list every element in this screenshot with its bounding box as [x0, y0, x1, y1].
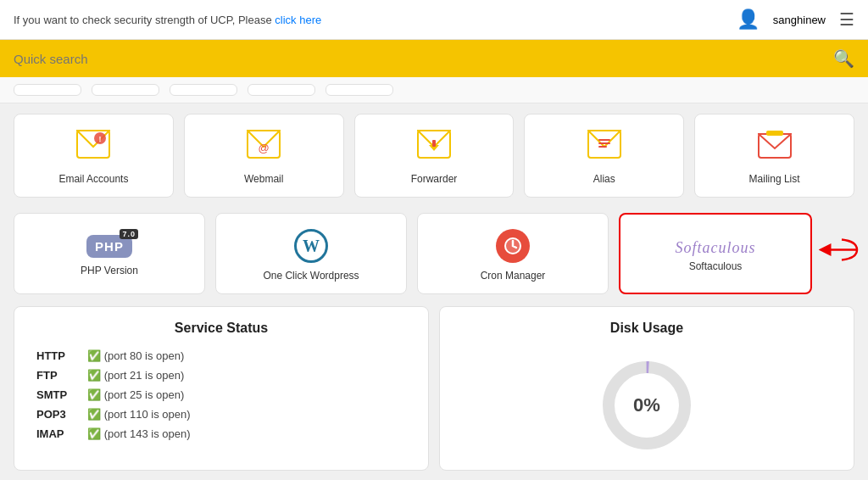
disk-usage-donut: 0% [596, 354, 698, 456]
service-name: SMTP [31, 385, 82, 405]
webmail-card[interactable]: @ Webmail [184, 114, 344, 198]
svg-rect-18 [766, 131, 783, 136]
cron-manager-label: Cron Manager [481, 270, 546, 282]
service-status: ✅ (port 143 is open) [82, 424, 411, 444]
mailing-list-icon [758, 130, 792, 166]
service-status: ✅ (port 21 is open) [82, 366, 411, 385]
wordpress-icon: W [294, 229, 328, 263]
softaculous-card[interactable]: Softaculous Softaculous [619, 213, 812, 294]
service-status: ✅ (port 80 is open) [82, 346, 411, 366]
php-version-label: PHP Version [81, 265, 138, 276]
user-icon: 👤 [737, 8, 760, 31]
scroll-hint-item[interactable] [170, 84, 237, 96]
svg-text:@: @ [259, 142, 270, 154]
service-name: FTP [31, 366, 82, 385]
username-label: sanghinew [773, 14, 826, 26]
service-row: IMAP ✅ (port 143 is open) [31, 424, 411, 444]
webmail-label: Webmail [244, 173, 283, 185]
service-name: POP3 [31, 405, 82, 424]
wordpress-label: One Click Wordpress [263, 270, 359, 282]
top-bar: If you want to check security strength o… [0, 0, 868, 40]
service-status-table: HTTP ✅ (port 80 is open) FTP ✅ (port 21 … [31, 346, 411, 444]
scroll-hint-item[interactable] [14, 84, 81, 96]
svg-rect-13 [598, 139, 610, 141]
security-notice: If you want to check security strength o… [14, 14, 321, 26]
service-row: POP3 ✅ (port 110 is open) [31, 405, 411, 424]
disk-usage-title: Disk Usage [610, 321, 683, 336]
email-accounts-icon: ! [76, 130, 110, 166]
service-status: ✅ (port 25 is open) [82, 385, 411, 405]
forwarder-card[interactable]: Forwarder [354, 114, 515, 198]
cron-manager-card[interactable]: Cron Manager [417, 213, 609, 294]
webmail-icon: @ [247, 130, 281, 166]
click-here-link[interactable]: click here [275, 14, 321, 26]
service-row: HTTP ✅ (port 80 is open) [31, 346, 411, 366]
top-bar-right: 👤 sanghinew ☰ [737, 8, 854, 31]
softaculous-label: Softaculous [689, 260, 743, 272]
cron-manager-icon [496, 229, 530, 263]
email-tools-row: ! Email Accounts @ Webmail [14, 103, 854, 203]
hamburger-menu-icon[interactable]: ☰ [839, 9, 854, 30]
svg-rect-10 [432, 140, 436, 147]
tools-row: PHP 7.0 PHP Version W One Click Wordpres… [14, 203, 854, 299]
service-status: ✅ (port 110 is open) [82, 405, 411, 424]
search-bar: 🔍 [0, 40, 868, 77]
arrow-indicator [816, 233, 859, 270]
search-icon[interactable]: 🔍 [833, 48, 854, 69]
service-row: FTP ✅ (port 21 is open) [31, 366, 411, 385]
scroll-hint-item[interactable] [326, 84, 393, 96]
forwarder-label: Forwarder [411, 173, 458, 185]
svg-text:!: ! [99, 135, 102, 143]
bottom-section: Service Status HTTP ✅ (port 80 is open) … [14, 306, 854, 471]
notice-text: If you want to check security strength o… [14, 14, 272, 26]
disk-usage-panel: Disk Usage 0% [439, 306, 854, 471]
email-accounts-card[interactable]: ! Email Accounts [14, 114, 174, 198]
svg-rect-15 [598, 146, 607, 148]
softaculous-logo: Softaculous [676, 239, 756, 257]
mailing-list-card[interactable]: Mailing List [694, 114, 854, 198]
main-content: ! Email Accounts @ Webmail [0, 103, 868, 480]
wordpress-card[interactable]: W One Click Wordpress [215, 213, 407, 294]
disk-usage-percent: 0% [633, 394, 660, 416]
svg-rect-14 [598, 142, 610, 144]
scroll-hint-row [0, 77, 868, 103]
php-version-card[interactable]: PHP 7.0 PHP Version [14, 213, 205, 294]
mailing-list-label: Mailing List [749, 173, 800, 185]
php-version-icon: PHP 7.0 [86, 235, 132, 258]
service-status-title: Service Status [31, 321, 411, 336]
service-name: HTTP [31, 346, 82, 366]
service-row: SMTP ✅ (port 25 is open) [31, 385, 411, 405]
alias-label: Alias [593, 173, 615, 185]
scroll-hint-item[interactable] [92, 84, 159, 96]
alias-card[interactable]: Alias [524, 114, 684, 198]
service-name: IMAP [31, 424, 82, 444]
search-input[interactable] [14, 52, 833, 66]
forwarder-icon [417, 130, 451, 166]
service-status-panel: Service Status HTTP ✅ (port 80 is open) … [14, 306, 429, 471]
alias-icon [587, 130, 621, 166]
scroll-hint-item[interactable] [248, 84, 315, 96]
email-accounts-label: Email Accounts [58, 173, 128, 185]
